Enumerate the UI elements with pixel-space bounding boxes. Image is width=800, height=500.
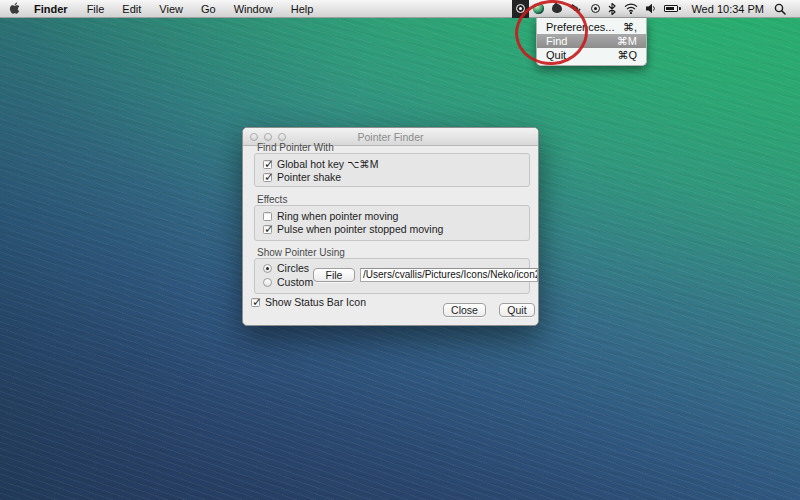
spotlight-icon[interactable]: [770, 0, 790, 18]
menu-item-preferences[interactable]: Preferences... ⌘,: [537, 20, 646, 34]
quit-button[interactable]: Quit: [499, 303, 535, 317]
ring-when-moving-label: Ring when pointer moving: [277, 210, 398, 222]
show-status-bar-icon-checkbox[interactable]: [251, 298, 260, 307]
menu-item-go[interactable]: Go: [192, 0, 225, 18]
volume-icon[interactable]: [642, 0, 660, 18]
custom-radio[interactable]: [263, 278, 272, 287]
checkbox-row-pointer-shake: Pointer shake: [263, 171, 341, 183]
menu-bar-clock[interactable]: Wed 10:34 PM: [685, 3, 770, 15]
pointer-shake-checkbox[interactable]: [263, 173, 272, 182]
menu-item-view[interactable]: View: [150, 0, 192, 18]
menu-item-preferences-shortcut: ⌘,: [623, 20, 637, 34]
ring-when-moving-checkbox[interactable]: [263, 212, 272, 221]
custom-icon-path-field[interactable]: /Users/cvallis/Pictures/Icons/Neko/icon2: [360, 268, 538, 282]
menu-item-find[interactable]: Find ⌘M: [537, 34, 646, 48]
apple-menu[interactable]: [0, 2, 30, 15]
menu-item-find-shortcut: ⌘M: [617, 34, 637, 48]
global-hot-key-checkbox[interactable]: [263, 160, 272, 169]
group-label-effects: Effects: [257, 194, 287, 205]
status-menu: Preferences... ⌘, Find ⌘M Quit ⌘Q: [536, 18, 647, 66]
checkbox-row-status-bar-icon: Show Status Bar Icon: [251, 296, 366, 308]
pulse-when-stopped-label: Pulse when pointer stopped moving: [277, 223, 443, 235]
circles-radio[interactable]: [263, 264, 272, 273]
target-icon[interactable]: [587, 0, 604, 18]
flashlight-icon[interactable]: [566, 0, 587, 18]
desktop: Finder File Edit View Go Window Help: [0, 0, 800, 500]
circles-label: Circles: [277, 262, 309, 274]
pointer-finder-window: Pointer Finder Find Pointer With Global …: [242, 127, 539, 326]
window-title: Pointer Finder: [243, 131, 538, 143]
bluetooth-icon[interactable]: [604, 0, 620, 18]
wifi-icon[interactable]: [620, 0, 642, 18]
cat-icon[interactable]: [548, 0, 566, 18]
menu-item-quit-label: Quit: [546, 48, 566, 62]
apple-icon: [9, 2, 20, 15]
menu-item-window[interactable]: Window: [225, 0, 282, 18]
checkbox-row-global-hot-key: Global hot key ⌥⌘M: [263, 158, 378, 170]
custom-label: Custom: [277, 276, 313, 288]
close-button[interactable]: Close: [443, 303, 486, 317]
global-hot-key-label: Global hot key ⌥⌘M: [277, 158, 378, 170]
menu-item-find-label: Find: [546, 34, 567, 48]
menu-bar: Finder File Edit View Go Window Help: [0, 0, 800, 18]
menu-bar-left: Finder File Edit View Go Window Help: [0, 0, 322, 17]
menu-item-quit[interactable]: Quit ⌘Q: [537, 48, 646, 62]
radio-row-circles: Circles: [263, 262, 309, 274]
menu-item-help[interactable]: Help: [282, 0, 323, 18]
pointer-finder-menu-extra-icon[interactable]: [512, 0, 529, 18]
group-label-show-pointer-using: Show Pointer Using: [257, 247, 345, 258]
menu-item-file[interactable]: File: [78, 0, 114, 18]
checkbox-row-pulse: Pulse when pointer stopped moving: [263, 223, 443, 235]
status-icons: Wed 10:34 PM: [512, 0, 800, 17]
menu-item-finder[interactable]: Finder: [30, 0, 78, 18]
battery-icon: [660, 0, 685, 18]
menu-item-preferences-label: Preferences...: [546, 20, 614, 34]
show-status-bar-icon-label: Show Status Bar Icon: [265, 296, 366, 308]
menu-item-edit[interactable]: Edit: [113, 0, 150, 18]
pulse-when-stopped-checkbox[interactable]: [263, 225, 272, 234]
globe-icon[interactable]: [529, 0, 548, 18]
pointer-shake-label: Pointer shake: [277, 171, 341, 183]
group-label-find-pointer-with: Find Pointer With: [257, 142, 334, 153]
menu-item-quit-shortcut: ⌘Q: [617, 48, 637, 62]
checkbox-row-ring: Ring when pointer moving: [263, 210, 398, 222]
file-button[interactable]: File: [313, 268, 355, 282]
radio-row-custom: Custom: [263, 276, 313, 288]
